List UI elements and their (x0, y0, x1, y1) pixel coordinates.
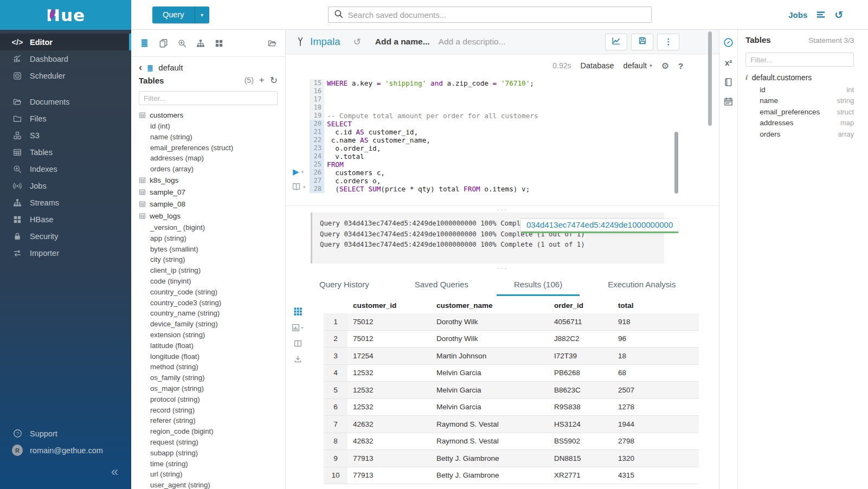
more-actions-button[interactable]: ⋮ (657, 34, 679, 50)
new-query-button[interactable]: Query ▾ (152, 7, 209, 23)
grid-view-button[interactable] (293, 307, 303, 316)
column-item[interactable]: protocol (string) (139, 394, 285, 405)
engine-name[interactable]: Impala (310, 36, 340, 48)
column-item[interactable]: method (string) (139, 362, 285, 372)
open-folder-icon[interactable] (268, 39, 277, 48)
column-item[interactable]: id (int) (139, 121, 285, 132)
hue-logo[interactable]: Hue (0, 0, 131, 30)
column-item[interactable]: email_preferences (struct) (139, 143, 285, 153)
sidebar-item-indexes[interactable]: Indexes (0, 160, 131, 177)
column-item[interactable]: url (string) (139, 469, 285, 480)
column-header-customer-name[interactable]: customer_name (431, 301, 549, 310)
resize-handle[interactable]: ··· (286, 206, 719, 213)
global-search[interactable] (328, 7, 652, 23)
sidebar-item-jobs[interactable]: Jobs (0, 177, 131, 194)
query-button-caret[interactable]: ▾ (195, 7, 209, 23)
sitemap-icon[interactable] (196, 39, 205, 48)
search-plus-icon[interactable] (178, 39, 187, 48)
column-item[interactable]: country_code (string) (139, 287, 285, 298)
panel-scrollbar[interactable] (708, 31, 712, 126)
apps-grid-icon[interactable] (215, 39, 223, 48)
column-item[interactable]: longitude (float) (139, 351, 285, 362)
schedule-tab-button[interactable] (724, 97, 733, 106)
sidebar-item-support[interactable]: ? Support (0, 425, 131, 442)
column-item[interactable]: country_name (string) (139, 308, 285, 319)
language-reference-button[interactable]: ▾ (292, 182, 306, 191)
query-description-field[interactable]: Add a descriptio... (439, 37, 506, 47)
column-header-order-id[interactable]: order_id (549, 301, 613, 310)
table-item-sample-08[interactable]: sample_08 (139, 198, 285, 210)
tab-execution-analysis[interactable]: Execution Analysis (606, 272, 678, 296)
settings-gear-icon[interactable]: ⚙ (661, 61, 669, 71)
sidebar-item-documents[interactable]: Documents (0, 93, 131, 110)
column-item[interactable]: city (string) (139, 254, 285, 265)
save-button[interactable] (631, 34, 653, 50)
help-icon[interactable]: ? (678, 61, 683, 70)
breadcrumb-database[interactable]: default (158, 63, 183, 72)
column-item[interactable]: _version_ (bigint) (139, 222, 285, 233)
column-item[interactable]: code (tinyint) (139, 276, 285, 287)
back-chevron-icon[interactable]: ‹ (139, 62, 142, 72)
sidebar-item-scheduler[interactable]: Scheduler (0, 67, 131, 84)
functions-tab-button[interactable]: x² (725, 58, 732, 67)
refresh-icon[interactable]: ↻ (270, 76, 278, 84)
editor-scrollbar[interactable] (674, 132, 678, 194)
column-item[interactable]: subapp (string) (139, 448, 285, 459)
sidebar-item-hbase[interactable]: HBase (0, 211, 131, 228)
column-item[interactable]: region_code (bigint) (139, 426, 285, 437)
column-item[interactable]: referer (string) (139, 415, 285, 426)
column-item[interactable]: latitude (float) (139, 340, 285, 351)
column-item[interactable]: os_major (string) (139, 383, 285, 394)
table-item-web-logs[interactable]: web_logs (139, 210, 285, 222)
column-item[interactable]: extension (string) (139, 330, 285, 340)
sidebar-item-tables[interactable]: Tables (0, 144, 131, 160)
sidebar-item-security[interactable]: Security (0, 228, 131, 244)
sidebar-item-dashboard[interactable]: Dashboard (0, 50, 131, 67)
table-item-sample-07[interactable]: sample_07 (139, 186, 285, 198)
active-table-row[interactable]: i default.customers (745, 71, 868, 84)
column-item[interactable]: orders (array) (139, 164, 285, 175)
add-table-icon[interactable]: + (259, 76, 265, 84)
query-history-icon[interactable]: ↺ (353, 36, 361, 47)
download-button[interactable] (294, 355, 302, 363)
query-id-popover[interactable]: 034d413ec7474ed5:4249de1000000000 (521, 219, 678, 233)
column-item[interactable]: time (string) (139, 459, 285, 469)
table-item-k8s-logs[interactable]: k8s_logs (139, 175, 285, 186)
chart-button[interactable] (605, 34, 627, 50)
assistant-tab-button[interactable] (723, 37, 734, 48)
column-item[interactable]: device_family (string) (139, 319, 285, 330)
assist-filter-input[interactable] (139, 91, 278, 105)
right-column-item-orders[interactable]: ordersarray (745, 128, 868, 140)
search-input[interactable] (348, 10, 646, 20)
sidebar-item-importer[interactable]: Importer (0, 244, 131, 261)
column-item[interactable]: client_ip (string) (139, 265, 285, 276)
column-item[interactable]: name (string) (139, 132, 285, 143)
column-item[interactable]: os_family (string) (139, 372, 285, 383)
chart-view-button[interactable]: ▾ (292, 324, 303, 332)
resize-handle[interactable]: ··· (286, 263, 719, 272)
sidebar-item-user[interactable]: R romain@gethue.com (0, 442, 131, 459)
column-header-total[interactable]: total (613, 301, 699, 310)
sidebar-item-files[interactable]: Files (0, 110, 131, 127)
jobs-list-icon[interactable] (816, 10, 826, 20)
columns-view-button[interactable] (294, 339, 302, 348)
tab-saved-queries[interactable]: Saved Queries (413, 272, 471, 296)
column-item[interactable]: bytes (smallint) (139, 244, 285, 255)
table-item-customers[interactable]: customers (139, 109, 285, 121)
sidebar-item-streams[interactable]: Streams (0, 194, 131, 211)
history-icon[interactable]: ↺ (834, 9, 843, 21)
column-item[interactable]: addresses (map) (139, 153, 285, 164)
tab-query-history[interactable]: Query History (317, 272, 371, 296)
column-header-customer-id[interactable]: customer_id (348, 301, 431, 310)
sidebar-collapse-button[interactable]: « (0, 462, 131, 481)
sidebar-item-editor[interactable]: </>Editor (0, 34, 131, 50)
language-docs-tab-button[interactable] (724, 78, 733, 87)
query-name-field[interactable]: Add a name... (375, 37, 430, 47)
column-item[interactable]: request (string) (139, 437, 285, 448)
column-item[interactable]: user_agent (string) (139, 480, 285, 489)
sql-editor[interactable]: 15WHERE a.key = 'shipping' and a.zip_cod… (286, 77, 719, 206)
database-source-icon[interactable] (140, 38, 149, 48)
jobs-link[interactable]: Jobs (788, 10, 807, 20)
right-column-item-id[interactable]: idint (745, 84, 868, 95)
right-column-item-email-preferences[interactable]: email_preferencesstruct (745, 106, 868, 118)
